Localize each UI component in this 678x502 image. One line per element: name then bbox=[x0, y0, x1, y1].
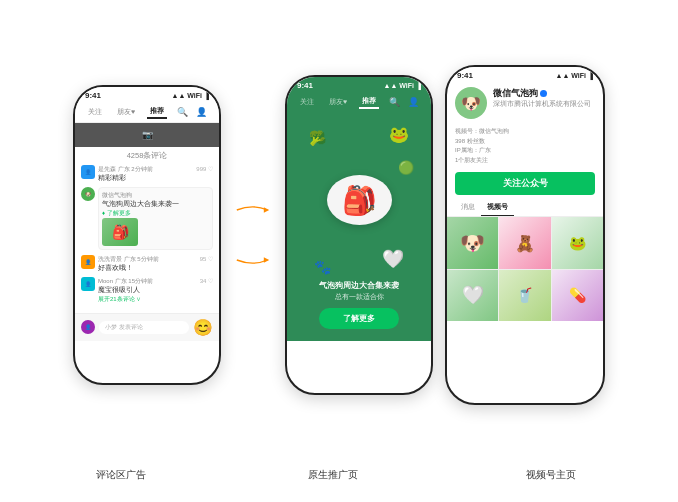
grid-item-3: 🐸 bbox=[552, 217, 603, 268]
phone-right: 9:41 ▲▲ WiFi ▐ 🐶 微信气泡狗 bbox=[445, 65, 605, 405]
user-icon-mid[interactable]: 👤 bbox=[407, 95, 421, 109]
comment-item-1: 👤 是先森 广东 2分钟前 精彩精彩 999 ♡ bbox=[81, 165, 213, 182]
promo-image-area: 🎒 🐸 🥦 🤍 🐾 🟢 bbox=[304, 120, 414, 280]
nav-icons-mid: 🔍 👤 bbox=[388, 95, 421, 109]
nav-item-follow-left[interactable]: 关注 bbox=[85, 106, 105, 118]
grid-item-6: 💊 bbox=[552, 270, 603, 321]
comment-img: 🎒 bbox=[102, 218, 138, 246]
tab-more[interactable] bbox=[514, 199, 526, 216]
profile-name: 微信气泡狗 bbox=[493, 87, 595, 100]
comment-text-highlighted: 气泡狗周边大合集来袭一 bbox=[102, 200, 209, 208]
wifi-icon-left: WiFi bbox=[187, 92, 202, 99]
label-mid: 原生推广页 bbox=[259, 468, 407, 482]
tab-video[interactable]: 视频号 bbox=[481, 199, 514, 216]
profile-friends-follow: 1个朋友关注 bbox=[455, 156, 595, 166]
battery-icon-mid: ▐ bbox=[416, 82, 421, 89]
profile-fans: 398 粉丝数 bbox=[455, 137, 595, 147]
profile-tabs: 消息 视频号 bbox=[447, 199, 603, 217]
user-icon-left[interactable]: 👤 bbox=[195, 105, 209, 119]
verified-dot bbox=[540, 90, 547, 97]
tab-message[interactable]: 消息 bbox=[455, 199, 481, 216]
profile-stats: 视频号：微信气泡狗 398 粉丝数 IP属地：广东 1个朋友关注 bbox=[447, 124, 603, 168]
svg-marker-0 bbox=[264, 207, 269, 212]
promo-text-area: 气泡狗周边大合集来袭 总有一款适合你 了解更多 bbox=[319, 280, 399, 329]
promo-subtitle: 总有一款适合你 bbox=[319, 293, 399, 302]
battery-icon-left: ▐ bbox=[204, 92, 209, 99]
comment-count-3: 95 ♡ bbox=[200, 255, 213, 262]
wifi-icon-right: WiFi bbox=[571, 72, 586, 79]
comment-input[interactable]: 小梦 发表评论 bbox=[99, 321, 189, 334]
mascot-5: 🟢 bbox=[398, 160, 414, 175]
nav-item-recommend-mid[interactable]: 推荐 bbox=[359, 95, 379, 109]
comment-body-4: Moon 广东 15分钟前 魔宝很吸引人 展开21条评论 ∨ bbox=[98, 277, 197, 303]
comment-image-area: 🎒 bbox=[102, 218, 209, 246]
comment-item-4: 👤 Moon 广东 15分钟前 魔宝很吸引人 展开21条评论 ∨ 34 ♡ bbox=[81, 277, 213, 303]
profile-location: IP属地：广东 bbox=[455, 146, 595, 156]
nav-item-follow-mid[interactable]: 关注 bbox=[297, 96, 317, 108]
arrow-bottom bbox=[235, 250, 271, 270]
promo-title: 气泡狗周边大合集来袭 bbox=[319, 280, 399, 291]
grid-item-2: 🧸 bbox=[499, 217, 550, 268]
mascot-2: 🥦 bbox=[309, 130, 326, 146]
grid-item-4: 🤍 bbox=[447, 270, 498, 321]
comment-count-4: 34 ♡ bbox=[200, 277, 213, 284]
profile-avatar: 🐶 bbox=[455, 87, 487, 119]
battery-icon-right: ▐ bbox=[588, 72, 593, 79]
comment-body-1: 是先森 广东 2分钟前 精彩精彩 bbox=[98, 165, 193, 182]
wifi-icon-mid: WiFi bbox=[399, 82, 414, 89]
comment-body-highlighted: 微信气泡狗 气泡狗周边大合集来袭一 ♦ 了解更多 🎒 bbox=[98, 187, 213, 249]
time-mid: 9:41 bbox=[297, 81, 313, 90]
mascot-4: 🐾 bbox=[314, 259, 331, 275]
nav-bar-mid: 关注 朋友♥ 推荐 🔍 👤 bbox=[287, 92, 431, 112]
signal-icon-right: ▲▲ bbox=[555, 72, 569, 79]
signal-icon-left: ▲▲ bbox=[171, 92, 185, 99]
label-right: 视频号主页 bbox=[471, 468, 631, 482]
signal-icon-mid: ▲▲ bbox=[383, 82, 397, 89]
nav-item-friends-mid[interactable]: 朋友♥ bbox=[326, 96, 350, 108]
follow-btn[interactable]: 关注公众号 bbox=[455, 172, 595, 195]
nav-item-friends-left[interactable]: 朋友♥ bbox=[114, 106, 138, 118]
search-icon-mid[interactable]: 🔍 bbox=[388, 95, 402, 109]
nav-item-recommend-left[interactable]: 推荐 bbox=[147, 105, 167, 119]
labels-row: 评论区广告 原生推广页 视频号主页 bbox=[47, 460, 631, 482]
profile-info: 微信气泡狗 深圳市腾讯计算机系统有限公司 bbox=[493, 87, 595, 109]
comment-count-title: 4258条评论 bbox=[81, 151, 213, 161]
comment-user-1: 是先森 广东 2分钟前 bbox=[98, 165, 193, 174]
mascot-3: 🤍 bbox=[382, 248, 404, 270]
grid-item-1: 🐶 bbox=[447, 217, 498, 268]
profile-screen: 🐶 微信气泡狗 深圳市腾讯计算机系统有限公司 视频号：微信气泡狗 398 粉丝数… bbox=[447, 82, 603, 321]
promo-screen: 🎒 🐸 🥦 🤍 🐾 🟢 气泡狗周边大合集来袭 总有一款适合你 了解更多 bbox=[287, 112, 431, 341]
phone-left: 9:41 ▲▲ WiFi ▐ 关注 朋友♥ 推荐 🔍 👤 📷 bbox=[73, 85, 221, 385]
comment-link[interactable]: ♦ 了解更多 bbox=[102, 209, 209, 218]
comment-section: 4258条评论 👤 是先森 广东 2分钟前 精彩精彩 999 ♡ 🐶 微信气泡狗 bbox=[75, 147, 219, 313]
comment-body-3: 洗洗背景 广东 5分钟前 好喜欢哦！ bbox=[98, 255, 197, 272]
status-bar-mid: 9:41 ▲▲ WiFi ▐ bbox=[287, 77, 431, 92]
avatar-1: 👤 bbox=[81, 165, 95, 179]
profile-grid: 🐶 🧸 🐸 🤍 🥤 💊 bbox=[447, 217, 603, 321]
search-icon-left[interactable]: 🔍 bbox=[176, 105, 190, 119]
avatar-highlighted: 🐶 bbox=[81, 187, 95, 201]
label-left: 评论区广告 bbox=[47, 468, 195, 482]
comment-user-4: Moon 广东 15分钟前 bbox=[98, 277, 197, 286]
status-bar-left: 9:41 ▲▲ WiFi ▐ bbox=[75, 87, 219, 102]
arrow-top bbox=[235, 200, 271, 220]
promo-bag-img: 🎒 bbox=[327, 175, 392, 225]
nav-bar-left: 关注 朋友♥ 推荐 🔍 👤 bbox=[75, 102, 219, 123]
nav-icons-left: 🔍 👤 bbox=[176, 105, 209, 119]
comment-user-3: 洗洗背景 广东 5分钟前 bbox=[98, 255, 197, 264]
comment-user-highlighted: 微信气泡狗 bbox=[102, 191, 209, 200]
promo-btn[interactable]: 了解更多 bbox=[319, 308, 399, 329]
icons-left: ▲▲ WiFi ▐ bbox=[171, 92, 209, 99]
comment-text-4: 魔宝很吸引人 bbox=[98, 286, 197, 294]
emoji-icon[interactable]: 😊 bbox=[193, 318, 213, 337]
comment-item-highlighted: 🐶 微信气泡狗 气泡狗周边大合集来袭一 ♦ 了解更多 🎒 bbox=[81, 187, 213, 249]
comment-item-3: 👤 洗洗背景 广东 5分钟前 好喜欢哦！ 95 ♡ bbox=[81, 255, 213, 272]
expand-link[interactable]: 展开21条评论 ∨ bbox=[98, 295, 197, 304]
icons-mid: ▲▲ WiFi ▐ bbox=[383, 82, 421, 89]
mascot-1: 🐸 bbox=[389, 125, 409, 144]
camera-area-left: 📷 bbox=[75, 123, 219, 147]
status-bar-right: 9:41 ▲▲ WiFi ▐ bbox=[447, 67, 603, 82]
main-container: 9:41 ▲▲ WiFi ▐ 关注 朋友♥ 推荐 🔍 👤 📷 bbox=[0, 0, 678, 502]
arrows-container bbox=[233, 200, 273, 270]
comment-count-1: 999 ♡ bbox=[196, 165, 213, 172]
